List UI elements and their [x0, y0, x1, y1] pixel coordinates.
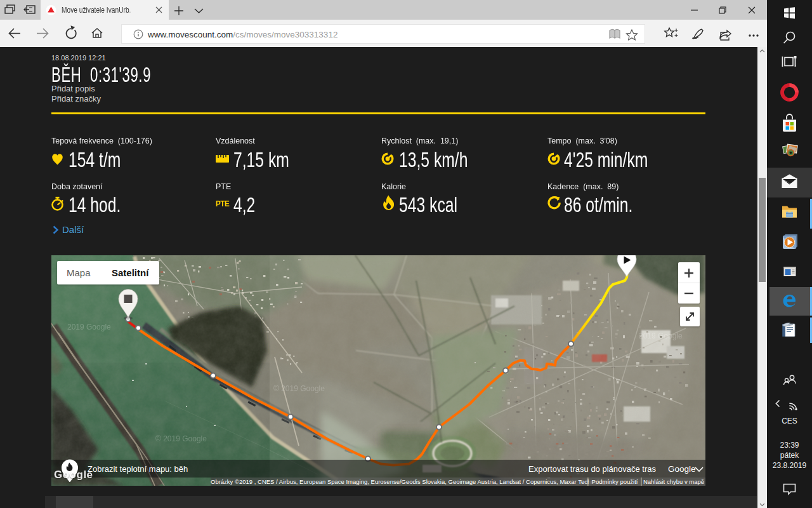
svg-text:2019 Google: 2019 Google [639, 331, 683, 340]
svg-text:© 2019 Google: © 2019 Google [273, 384, 325, 393]
svg-text:© 2019 Google: © 2019 Google [155, 434, 207, 443]
svg-text:2019 Google: 2019 Google [67, 323, 111, 331]
